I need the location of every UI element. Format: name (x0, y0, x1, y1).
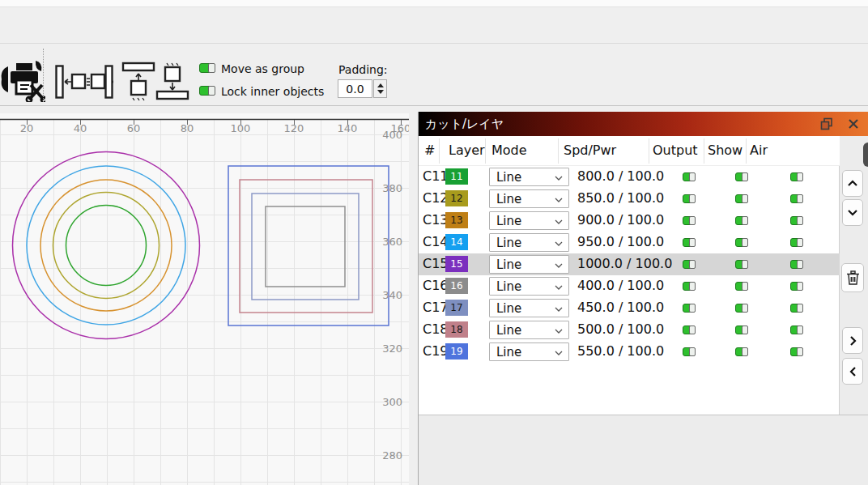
move-to-top-icon[interactable] (121, 62, 155, 102)
layer-row-C12[interactable]: C1212Line850.0 / 100.0 (419, 188, 840, 210)
layer-id: C13 (423, 212, 449, 228)
show-toggle[interactable] (735, 304, 748, 313)
mode-dropdown[interactable]: Line (489, 255, 569, 274)
show-toggle[interactable] (735, 194, 748, 203)
print-and-cut-icon[interactable] (6, 60, 45, 102)
show-toggle[interactable] (735, 325, 748, 334)
air-toggle[interactable] (790, 325, 803, 334)
layer-color-chip[interactable]: 11 (445, 168, 468, 185)
padding-input[interactable] (338, 79, 372, 98)
layer-page-prev-button[interactable] (842, 358, 863, 385)
show-toggle[interactable] (735, 172, 748, 181)
column-header-spdpwr[interactable]: Spd/Pwr (564, 143, 616, 158)
move-layer-down-button[interactable] (842, 199, 863, 226)
column-header-mode[interactable]: Mode (491, 143, 527, 158)
move-as-group-toggle[interactable] (199, 63, 215, 73)
header-separator (485, 138, 486, 164)
lock-inner-objects-toggle[interactable] (199, 86, 215, 96)
square-shape[interactable] (240, 180, 372, 313)
output-toggle[interactable] (683, 194, 696, 203)
layer-id: C16 (423, 278, 449, 293)
air-toggle[interactable] (790, 172, 803, 181)
column-header-show[interactable]: Show (708, 143, 742, 158)
panel-titlebar[interactable]: カット/レイヤ (419, 112, 868, 136)
layer-color-chip[interactable]: 18 (445, 321, 468, 338)
column-header-air[interactable]: Air (750, 143, 768, 158)
ruler-tick-label: 120 (284, 122, 304, 134)
layer-row-C11[interactable]: C1111Line800.0 / 100.0 (419, 166, 840, 188)
circle-shape[interactable] (40, 180, 172, 311)
layer-row-C17[interactable]: C1717Line450.0 / 100.0 (419, 297, 840, 319)
layer-color-chip[interactable]: 15 (445, 256, 468, 272)
show-toggle[interactable] (735, 238, 748, 247)
output-toggle[interactable] (683, 347, 696, 356)
mode-dropdown[interactable]: Line (489, 189, 569, 208)
show-toggle[interactable] (735, 282, 748, 291)
move-as-group-label: Move as group (221, 62, 304, 76)
square-shape[interactable] (266, 206, 345, 287)
mode-dropdown[interactable]: Line (489, 168, 569, 186)
output-toggle[interactable] (683, 216, 696, 225)
ruler-tick-label: 100 (231, 122, 251, 134)
layer-table-header: #LayerModeSpd/PwrOutputShowAir (419, 136, 840, 166)
layer-row-C13[interactable]: C1313Line900.0 / 100.0 (419, 210, 840, 232)
layer-color-chip[interactable]: 17 (445, 300, 468, 316)
show-toggle[interactable] (735, 260, 748, 269)
output-toggle[interactable] (683, 282, 696, 291)
layer-row-C19[interactable]: C1919Line550.0 / 100.0 (419, 341, 840, 363)
mode-dropdown[interactable]: Line (489, 342, 569, 361)
window-top-strip (0, 0, 868, 7)
circle-shape[interactable] (27, 166, 185, 325)
air-toggle[interactable] (790, 260, 803, 269)
layer-row-C18[interactable]: C1818Line500.0 / 100.0 (419, 319, 840, 341)
layer-color-chip[interactable]: 13 (445, 212, 468, 228)
move-layer-up-button[interactable] (842, 170, 863, 197)
output-toggle[interactable] (683, 260, 696, 269)
delete-layer-button[interactable] (841, 263, 864, 292)
padding-spinner[interactable] (373, 79, 387, 98)
column-header-layer[interactable]: Layer (449, 143, 485, 158)
speed-power-value: 550.0 / 100.0 (577, 343, 664, 359)
float-panel-icon[interactable] (820, 117, 833, 130)
output-toggle[interactable] (683, 172, 696, 181)
air-toggle[interactable] (790, 238, 803, 247)
mode-dropdown[interactable]: Line (489, 321, 569, 339)
header-separator (558, 138, 559, 164)
mode-dropdown[interactable]: Line (489, 299, 569, 317)
air-toggle[interactable] (790, 282, 803, 291)
toolbar-row-empty (0, 7, 868, 44)
layer-id: C17 (423, 300, 449, 315)
layer-id: C11 (423, 168, 449, 184)
move-apart-icon[interactable] (55, 65, 113, 99)
column-header-[interactable]: # (424, 143, 435, 158)
close-panel-icon[interactable] (848, 118, 859, 130)
mode-dropdown[interactable]: Line (489, 233, 569, 252)
air-toggle[interactable] (790, 304, 803, 313)
layer-row-C15[interactable]: C1515Line1000.0 / 100.0 (419, 253, 840, 275)
layer-color-chip[interactable]: 16 (445, 278, 468, 294)
output-toggle[interactable] (683, 238, 696, 247)
layer-row-C16[interactable]: C1616Line400.0 / 100.0 (419, 275, 840, 297)
layer-page-next-button[interactable] (842, 327, 863, 354)
mode-dropdown[interactable]: Line (489, 277, 569, 296)
header-separator (704, 138, 704, 164)
air-toggle[interactable] (790, 194, 803, 203)
layer-color-chip[interactable]: 14 (445, 234, 468, 250)
output-toggle[interactable] (683, 325, 696, 334)
air-toggle[interactable] (790, 216, 803, 225)
y-axis-label: 360 (382, 236, 402, 248)
layer-color-chip[interactable]: 19 (445, 343, 468, 359)
show-toggle[interactable] (735, 216, 748, 225)
show-toggle[interactable] (735, 347, 748, 356)
output-toggle[interactable] (683, 304, 696, 313)
move-to-bottom-icon[interactable] (155, 62, 189, 102)
air-toggle[interactable] (790, 347, 803, 356)
layer-color-chip[interactable]: 12 (445, 190, 468, 206)
y-axis-label: 280 (382, 449, 402, 462)
column-header-output[interactable]: Output (653, 143, 698, 158)
layer-row-C14[interactable]: C1414Line950.0 / 100.0 (419, 232, 840, 253)
speed-power-value: 950.0 / 100.0 (577, 234, 664, 249)
design-canvas[interactable]: 2040608010012014016040038036034032030028… (0, 113, 409, 485)
mode-dropdown[interactable]: Line (489, 211, 569, 230)
circle-shape[interactable] (53, 193, 160, 299)
